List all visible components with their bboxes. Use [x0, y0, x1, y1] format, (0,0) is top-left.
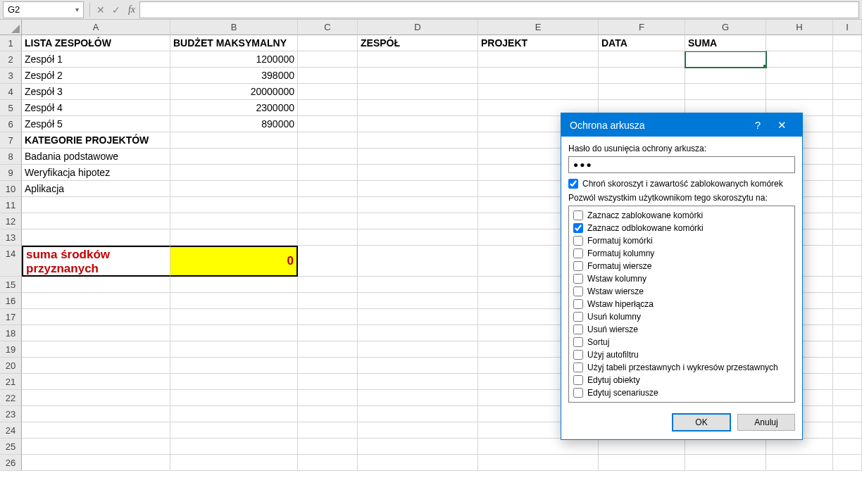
- cell-C17[interactable]: [298, 309, 358, 325]
- cell-A13[interactable]: [22, 229, 170, 246]
- col-header-H[interactable]: H: [766, 20, 833, 35]
- fx-icon[interactable]: fx: [124, 2, 139, 18]
- cell-D20[interactable]: [358, 358, 478, 374]
- cell-I1[interactable]: [833, 35, 862, 51]
- ok-button[interactable]: OK: [673, 414, 730, 431]
- cell-G1[interactable]: SUMA: [685, 35, 766, 51]
- cell-A5[interactable]: Zespół 4: [22, 100, 170, 116]
- cell-F4[interactable]: [599, 84, 685, 100]
- cell-B11[interactable]: [170, 197, 298, 213]
- cell-B12[interactable]: [170, 213, 298, 229]
- cell-B6[interactable]: 890000: [170, 116, 298, 132]
- perm-item[interactable]: Zaznacz odblokowane komórki: [573, 222, 790, 234]
- row-header-17[interactable]: 17: [0, 309, 22, 325]
- cell-A1[interactable]: LISTA ZESPOŁÓW: [22, 35, 170, 51]
- cell-E25[interactable]: [478, 439, 599, 455]
- cell-D21[interactable]: [358, 374, 478, 390]
- help-icon[interactable]: ?: [746, 119, 770, 131]
- cell-A10[interactable]: Aplikacja: [22, 181, 170, 197]
- cell-B13[interactable]: [170, 229, 298, 246]
- cell-B3[interactable]: 398000: [170, 68, 298, 84]
- perm-item[interactable]: Usuń kolumny: [573, 310, 790, 323]
- col-header-C[interactable]: C: [298, 20, 358, 35]
- cell-I12[interactable]: [833, 213, 862, 229]
- cell-C20[interactable]: [298, 358, 358, 374]
- row-header-12[interactable]: 12: [0, 213, 22, 229]
- cell-I26[interactable]: [833, 455, 862, 471]
- cell-C4[interactable]: [298, 84, 358, 100]
- row-header-1[interactable]: 1: [0, 35, 22, 51]
- perm-checkbox[interactable]: [573, 223, 583, 233]
- row-header-11[interactable]: 11: [0, 197, 22, 213]
- row-header-7[interactable]: 7: [0, 132, 22, 149]
- cell-E4[interactable]: [478, 84, 599, 100]
- cell-E26[interactable]: [478, 455, 599, 471]
- cell-E1[interactable]: PROJEKT: [478, 35, 599, 51]
- cell-C15[interactable]: [298, 277, 358, 293]
- cell-I9[interactable]: [833, 165, 862, 181]
- cell-A24[interactable]: [22, 422, 170, 439]
- row-header-3[interactable]: 3: [0, 68, 22, 84]
- col-header-E[interactable]: E: [478, 20, 599, 35]
- cell-D6[interactable]: [358, 116, 478, 132]
- cell-A18[interactable]: [22, 325, 170, 341]
- row-header-10[interactable]: 10: [0, 181, 22, 197]
- cell-B9[interactable]: [170, 165, 298, 181]
- cell-A26[interactable]: [22, 455, 170, 471]
- perm-item[interactable]: Użyj autofiltru: [573, 348, 790, 361]
- row-header-22[interactable]: 22: [0, 390, 22, 406]
- cell-D13[interactable]: [358, 229, 478, 246]
- cell-A11[interactable]: [22, 197, 170, 213]
- cell-I14[interactable]: [833, 246, 862, 277]
- row-header-8[interactable]: 8: [0, 149, 22, 165]
- cell-D9[interactable]: [358, 165, 478, 181]
- perm-checkbox[interactable]: [573, 388, 583, 398]
- cell-A3[interactable]: Zespół 2: [22, 68, 170, 84]
- col-header-B[interactable]: B: [170, 20, 298, 35]
- cell-C21[interactable]: [298, 374, 358, 390]
- select-all-corner[interactable]: [0, 20, 22, 35]
- perm-item[interactable]: Sortuj: [573, 336, 790, 348]
- cell-C13[interactable]: [298, 229, 358, 246]
- cell-A6[interactable]: Zespół 5: [22, 116, 170, 132]
- cell-C18[interactable]: [298, 325, 358, 341]
- cell-D3[interactable]: [358, 68, 478, 84]
- cell-D10[interactable]: [358, 181, 478, 197]
- cell-C26[interactable]: [298, 455, 358, 471]
- cell-B19[interactable]: [170, 341, 298, 358]
- row-header-21[interactable]: 21: [0, 374, 22, 390]
- cell-H4[interactable]: [766, 84, 833, 100]
- cell-G3[interactable]: [685, 68, 766, 84]
- perm-checkbox[interactable]: [573, 274, 583, 284]
- cell-D4[interactable]: [358, 84, 478, 100]
- cell-I5[interactable]: [833, 100, 862, 116]
- cell-I21[interactable]: [833, 374, 862, 390]
- perm-checkbox[interactable]: [573, 350, 583, 360]
- perm-checkbox[interactable]: [573, 286, 583, 296]
- cell-G2[interactable]: [685, 51, 766, 68]
- name-box[interactable]: G2 ▾: [3, 1, 84, 18]
- row-header-18[interactable]: 18: [0, 325, 22, 341]
- cell-I25[interactable]: [833, 439, 862, 455]
- cell-F2[interactable]: [599, 51, 685, 68]
- cell-F3[interactable]: [599, 68, 685, 84]
- cell-G4[interactable]: [685, 84, 766, 100]
- cell-G26[interactable]: [685, 455, 766, 471]
- perm-item[interactable]: Wstaw hiperłącza: [573, 298, 790, 310]
- cell-A2[interactable]: Zespół 1: [22, 51, 170, 68]
- perm-item[interactable]: Formatuj komórki: [573, 234, 790, 247]
- cell-D11[interactable]: [358, 197, 478, 213]
- cell-A25[interactable]: [22, 439, 170, 455]
- cell-C6[interactable]: [298, 116, 358, 132]
- perm-checkbox[interactable]: [573, 299, 583, 309]
- cell-C24[interactable]: [298, 422, 358, 439]
- col-header-D[interactable]: D: [358, 20, 478, 35]
- perm-checkbox[interactable]: [573, 325, 583, 334]
- cell-A20[interactable]: [22, 358, 170, 374]
- cell-I2[interactable]: [833, 51, 862, 68]
- perm-checkbox[interactable]: [573, 261, 583, 271]
- cell-G25[interactable]: [685, 439, 766, 455]
- cell-D17[interactable]: [358, 309, 478, 325]
- cell-I17[interactable]: [833, 309, 862, 325]
- cell-C14[interactable]: [298, 246, 358, 277]
